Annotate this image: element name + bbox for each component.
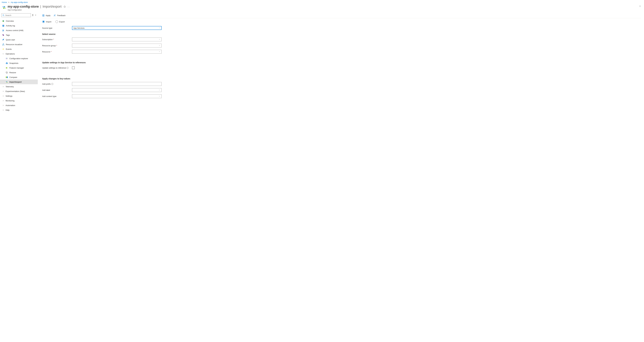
radio-export-label: Export xyxy=(59,21,65,23)
info-icon[interactable]: i xyxy=(66,67,68,69)
sidebar-item-label: Access control (IAM) xyxy=(6,29,36,32)
chevron-right-icon xyxy=(2,95,4,97)
checkbox-update-ref[interactable] xyxy=(72,67,75,69)
sidebar-item-settings[interactable]: Settings xyxy=(0,94,38,98)
chevron-right-icon xyxy=(2,109,4,111)
more-actions-icon[interactable]: ··· xyxy=(67,6,70,8)
sidebar-item-import-export[interactable]: Import/export xyxy=(0,80,38,84)
select-resource[interactable] xyxy=(72,50,162,54)
snapshots-icon xyxy=(6,62,8,64)
sidebar-item-label: Feature manager xyxy=(9,67,36,69)
chevron-down-icon xyxy=(159,51,160,53)
sidebar-item-telemetry[interactable]: Telemetry xyxy=(0,84,38,89)
sidebar-item-resource-visualizer[interactable]: Resource visualizer xyxy=(0,42,38,47)
sidebar-item-snapshots[interactable]: Snapshots xyxy=(0,61,38,66)
svg-point-21 xyxy=(7,68,8,68)
input-add-prefix[interactable] xyxy=(73,83,160,85)
compare-icon xyxy=(6,76,8,78)
config-explorer-icon xyxy=(6,57,8,60)
required-asterisk: * xyxy=(56,45,57,47)
svg-rect-25 xyxy=(43,16,44,16)
chevron-down-icon xyxy=(159,89,160,91)
info-icon[interactable]: i xyxy=(51,83,53,85)
page-name: Import/export xyxy=(42,5,62,8)
chevron-right-icon xyxy=(2,85,4,88)
label-add-label: Add label xyxy=(42,89,50,91)
row-resource: Resource * xyxy=(42,49,641,54)
favorite-star-icon[interactable] xyxy=(64,6,66,8)
sidebar-expand-toggle-icon[interactable] xyxy=(32,14,34,17)
radio-import-label: Import xyxy=(46,21,51,23)
sidebar-collapse-icon[interactable] xyxy=(35,14,36,17)
chevron-down-icon xyxy=(159,45,160,47)
sidebar-item-access-control-iam[interactable]: Access control (IAM) xyxy=(0,28,38,33)
row-subscription: Subscription * xyxy=(42,37,641,42)
select-resource-group[interactable] xyxy=(72,44,162,48)
iam-icon xyxy=(2,29,4,32)
breadcrumb-current[interactable]: my-app-config-store xyxy=(11,1,28,3)
select-add-content-type[interactable] xyxy=(72,94,162,98)
sidebar-search[interactable] xyxy=(2,13,31,17)
sidebar-item-activity-log[interactable]: Activity log xyxy=(0,23,38,28)
apply-button[interactable]: Apply xyxy=(42,14,50,17)
svg-rect-23 xyxy=(7,77,8,78)
close-blade-button[interactable] xyxy=(639,5,641,8)
svg-point-14 xyxy=(6,59,6,59)
chevron-right-icon xyxy=(2,104,4,107)
page-header: my-app-config-store | Import/export App … xyxy=(0,4,644,13)
sidebar-item-quick-start[interactable]: Quick start xyxy=(0,37,38,42)
sidebar-item-label: Overview xyxy=(6,20,36,22)
sidebar-item-monitoring[interactable]: Monitoring xyxy=(0,98,38,103)
page-title: my-app-config-store | Import/export xyxy=(8,5,62,9)
chevron-right-icon xyxy=(2,100,4,102)
svg-rect-24 xyxy=(42,15,44,16)
chevron-down-icon xyxy=(159,27,160,29)
sidebar-search-input[interactable] xyxy=(5,14,30,17)
section-title-apply-changes: Apply changes to key-values xyxy=(42,78,641,80)
svg-rect-18 xyxy=(6,62,7,63)
sidebar-item-label: Activity log xyxy=(6,25,36,27)
globe-icon xyxy=(2,20,4,22)
label-source-type: Source type xyxy=(42,27,72,29)
radio-import[interactable]: Import xyxy=(42,20,51,23)
sidebar-item-help[interactable]: Help xyxy=(0,108,38,112)
sidebar-item-compare[interactable]: Compare xyxy=(0,75,38,80)
label-resource-group: Resource group xyxy=(42,45,56,47)
sidebar-item-label: Quick start xyxy=(6,39,36,41)
select-source-type[interactable]: App Services xyxy=(72,26,162,30)
radio-import-indicator xyxy=(42,20,45,23)
select-subscription[interactable] xyxy=(72,38,162,41)
sidebar-item-operations[interactable]: Operations xyxy=(0,51,38,56)
sidebar-item-automation[interactable]: Automation xyxy=(0,103,38,108)
sidebar-item-tags[interactable]: Tags xyxy=(0,33,38,37)
select-add-label[interactable] xyxy=(72,88,162,92)
chevron-down-icon xyxy=(159,38,160,41)
chevron-down-icon xyxy=(2,53,4,55)
sidebar-item-configuration-explorer[interactable]: Configuration explorer xyxy=(0,56,38,61)
feedback-icon xyxy=(54,14,56,17)
sidebar-item-events[interactable]: Events xyxy=(0,47,38,51)
row-source-type: Source type App Services xyxy=(42,25,641,31)
section-title-update-settings: Update settings in App Service to refere… xyxy=(42,61,641,64)
sidebar-item-restore[interactable]: Restore xyxy=(0,70,38,75)
sidebar-item-label: Events xyxy=(6,48,36,50)
row-resource-group: Resource group * xyxy=(42,43,641,48)
command-bar: Apply Feedback xyxy=(42,13,641,18)
radio-export[interactable]: Export xyxy=(56,20,65,23)
quickstart-icon xyxy=(2,39,4,41)
sidebar-item-label: Monitoring xyxy=(6,100,36,102)
visualizer-icon xyxy=(2,43,4,46)
label-resource: Resource xyxy=(42,51,50,53)
sidebar-item-experimentation-new[interactable]: Experimentation (New) xyxy=(0,89,38,94)
label-add-prefix: Add prefix xyxy=(42,83,51,85)
label-update-ref: Update settings to reference xyxy=(42,67,66,69)
sidebar-item-overview[interactable]: Overview xyxy=(0,19,38,23)
sidebar-item-feature-manager[interactable]: Feature manager xyxy=(0,66,38,70)
feature-manager-icon xyxy=(6,67,8,69)
feedback-button[interactable]: Feedback xyxy=(54,14,66,17)
radio-export-indicator xyxy=(56,20,58,23)
breadcrumb-home[interactable]: Home xyxy=(2,1,7,3)
sidebar-item-label: Snapshots xyxy=(9,62,36,64)
breadcrumb-separator: > xyxy=(7,1,10,3)
svg-point-0 xyxy=(3,15,4,16)
